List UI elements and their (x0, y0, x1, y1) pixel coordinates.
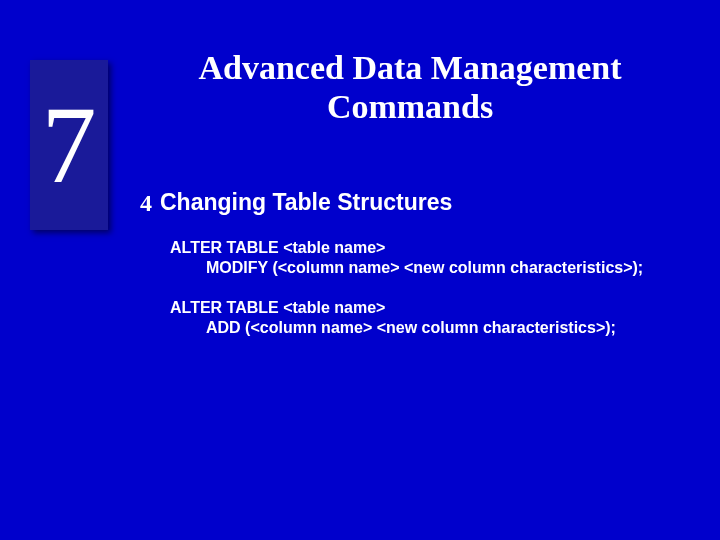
code-block-2: ALTER TABLE <table name> ADD (<column na… (170, 298, 690, 338)
slide-content: 4 Changing Table Structures ALTER TABLE … (140, 190, 690, 358)
code-line: ALTER TABLE <table name> (170, 299, 385, 316)
code-line-indent: MODIFY (<column name> <new column charac… (170, 258, 690, 278)
bullet-glyph: 4 (140, 190, 152, 216)
slide-title: Advanced Data Management Commands (140, 48, 680, 126)
bullet-text: Changing Table Structures (160, 190, 452, 215)
code-line: ALTER TABLE <table name> (170, 239, 385, 256)
bullet-item: 4 Changing Table Structures (140, 190, 690, 216)
code-line-indent: ADD (<column name> <new column character… (170, 318, 690, 338)
slide-number: 7 (42, 82, 97, 209)
code-block-1: ALTER TABLE <table name> MODIFY (<column… (170, 238, 690, 278)
slide-number-box: 7 (30, 60, 108, 230)
